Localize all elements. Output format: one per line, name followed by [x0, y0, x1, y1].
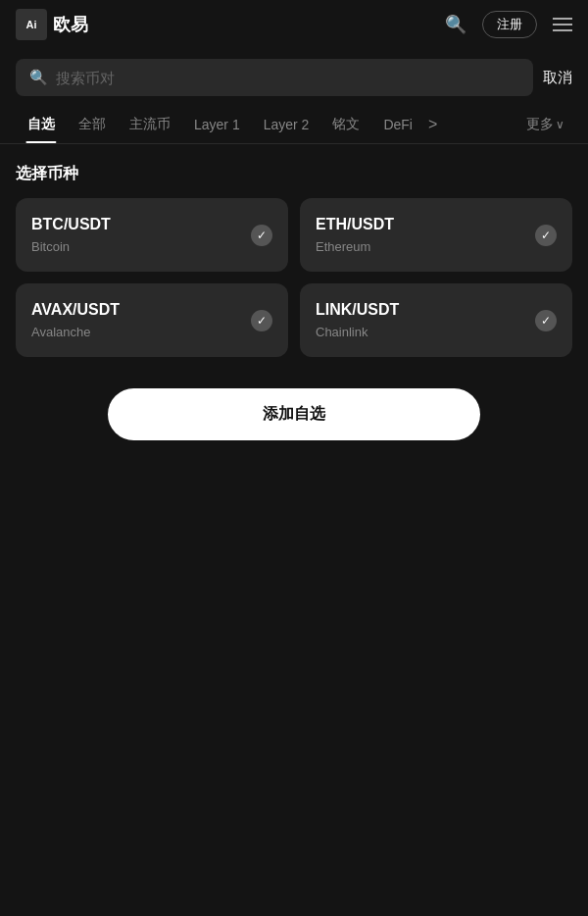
header: Ai 欧易 🔍 注册	[0, 0, 588, 49]
coin-card-link[interactable]: LINK/USDT Chainlink ✓	[300, 283, 572, 357]
tab-layer2[interactable]: Layer 2	[252, 107, 321, 142]
check-icon-eth: ✓	[535, 225, 557, 246]
tab-inscription[interactable]: 铭文	[320, 106, 371, 143]
check-icon-btc: ✓	[251, 225, 272, 246]
coin-pair-link: LINK/USDT	[316, 301, 557, 319]
cancel-button[interactable]: 取消	[543, 69, 572, 87]
filter-tabs: 自选 全部 主流币 Layer 1 Layer 2 铭文 DeFi > 更多 ∨	[0, 106, 588, 144]
search-icon[interactable]: 🔍	[445, 14, 466, 35]
logo-text: 欧易	[53, 13, 88, 36]
coin-pair-eth: ETH/USDT	[316, 216, 557, 233]
coin-name-link: Chainlink	[316, 325, 557, 339]
search-input-wrap: 🔍	[16, 59, 533, 96]
coin-card-btc[interactable]: BTC/USDT Bitcoin ✓	[16, 198, 288, 272]
add-button-wrap: 添加自选	[0, 357, 588, 456]
section-title: 选择币种	[0, 144, 588, 198]
search-input[interactable]	[56, 70, 519, 86]
logo: Ai 欧易	[16, 9, 88, 40]
tab-all[interactable]: 全部	[67, 106, 118, 143]
chevron-down-icon: ∨	[556, 118, 564, 131]
coin-name-btc: Bitcoin	[31, 239, 272, 254]
coin-pair-btc: BTC/USDT	[31, 216, 272, 233]
coin-card-avax[interactable]: AVAX/USDT Avalanche ✓	[16, 283, 288, 357]
tab-arrow[interactable]: >	[424, 106, 441, 143]
coin-name-avax: Avalanche	[31, 325, 272, 339]
tab-defi[interactable]: DeFi	[371, 107, 424, 142]
add-favorites-button[interactable]: 添加自选	[108, 388, 480, 440]
search-bar: 🔍 取消	[0, 49, 588, 106]
coin-grid: BTC/USDT Bitcoin ✓ ETH/USDT Ethereum ✓ A…	[0, 198, 588, 357]
menu-icon[interactable]	[553, 18, 572, 31]
tab-favorites[interactable]: 自选	[16, 106, 67, 143]
more-button[interactable]: 更多 ∨	[518, 106, 572, 143]
coin-card-eth[interactable]: ETH/USDT Ethereum ✓	[300, 198, 572, 272]
logo-icon: Ai	[16, 9, 47, 40]
tab-layer1[interactable]: Layer 1	[182, 107, 252, 142]
tab-mainstream[interactable]: 主流币	[118, 106, 182, 143]
coin-pair-avax: AVAX/USDT	[31, 301, 272, 319]
register-button[interactable]: 注册	[482, 11, 537, 38]
check-icon-link: ✓	[535, 310, 557, 331]
coin-name-eth: Ethereum	[316, 239, 557, 254]
search-input-icon: 🔍	[29, 69, 48, 86]
header-actions: 🔍 注册	[445, 11, 572, 38]
check-icon-avax: ✓	[251, 310, 272, 331]
more-label: 更多	[526, 116, 554, 133]
